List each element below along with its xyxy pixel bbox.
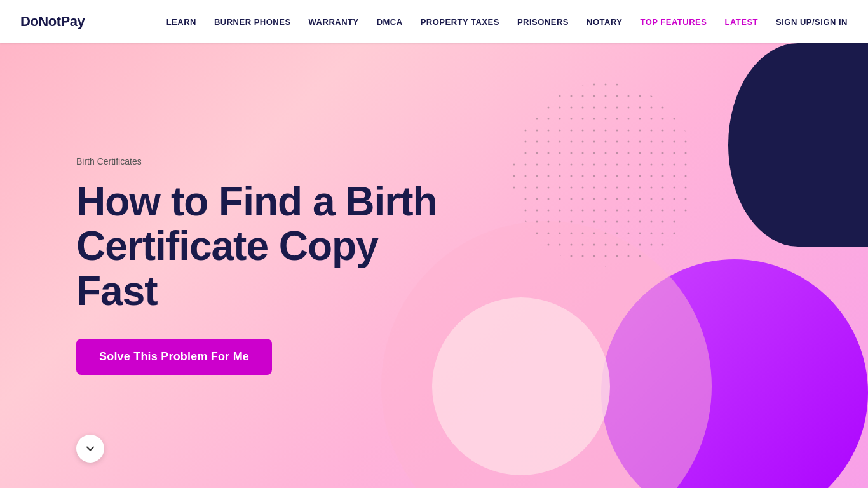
nav-sign-in[interactable]: SIGN UP/SIGN IN (776, 17, 848, 27)
nav-notary[interactable]: NOTARY (587, 17, 622, 27)
nav-links: LEARN BURNER PHONES WARRANTY DMCA PROPER… (166, 16, 848, 27)
nav-dmca[interactable]: DMCA (377, 17, 403, 27)
nav-prisoners[interactable]: PRISONERS (517, 17, 569, 27)
svg-rect-2 (512, 83, 696, 267)
nav-latest[interactable]: LATEST (724, 17, 758, 27)
chevron-down-icon (84, 442, 97, 455)
site-logo[interactable]: DoNotPay (20, 13, 85, 30)
nav-property-taxes[interactable]: PROPERTY TAXES (421, 17, 499, 27)
nav-warranty[interactable]: WARRANTY (309, 17, 359, 27)
hero-section: Birth Certificates How to Find a Birth C… (0, 0, 868, 488)
hero-content: Birth Certificates How to Find a Birth C… (0, 156, 445, 375)
nav-top-features[interactable]: TOP FEATURES (640, 17, 707, 27)
hero-title: How to Find a Birth Certificate Copy Fas… (76, 179, 445, 313)
dot-pattern (512, 83, 696, 267)
bg-light-pink-circle (432, 297, 610, 475)
nav-learn[interactable]: LEARN (166, 17, 196, 27)
navbar: DoNotPay LEARN BURNER PHONES WARRANTY DM… (0, 0, 868, 43)
cta-button[interactable]: Solve This Problem For Me (76, 339, 272, 375)
scroll-down-button[interactable] (76, 435, 104, 463)
breadcrumb: Birth Certificates (76, 156, 445, 166)
bg-dark-circle (728, 43, 868, 247)
nav-burner-phones[interactable]: BURNER PHONES (214, 17, 291, 27)
